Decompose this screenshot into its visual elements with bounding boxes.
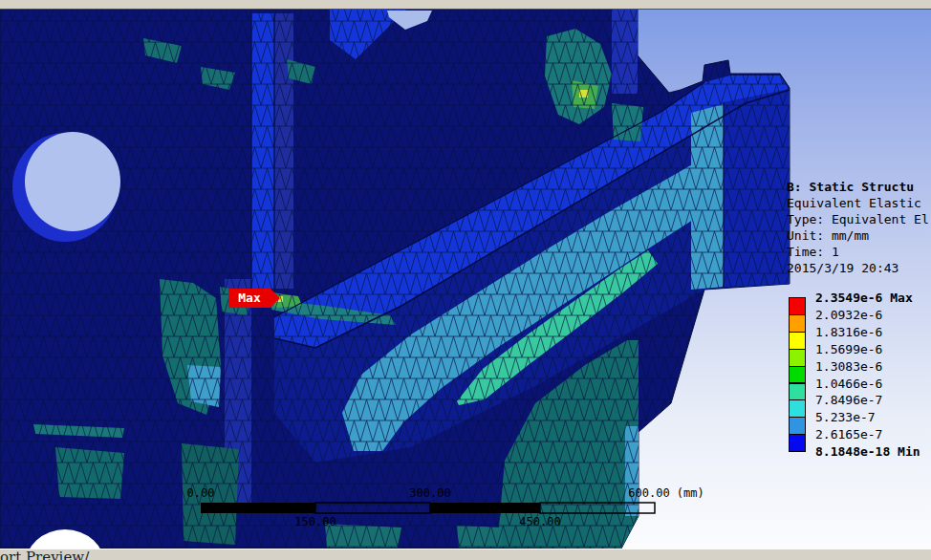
- ruler-label: 600.00 (mm): [628, 486, 704, 500]
- legend-swatch: [789, 297, 806, 315]
- scale-ruler-segment: [430, 503, 540, 513]
- annotation-line: Equivalent Elastic: [787, 195, 929, 211]
- ruler-label: 0.00: [187, 486, 215, 500]
- bolt-hole: [25, 132, 120, 231]
- result-annotation-block: B: Static StructuEquivalent ElasticType:…: [787, 179, 929, 276]
- fea-graphics-window: B: Static StructuEquivalent ElasticType:…: [0, 0, 931, 560]
- scale-ruler-segment: [201, 503, 315, 513]
- legend-value: 2.3549e-6 Max: [815, 291, 913, 306]
- legend-value: 7.8496e-7: [815, 393, 882, 408]
- annotation-line: B: Static Structu: [787, 179, 929, 195]
- model-viewport-3d[interactable]: [0, 0, 931, 560]
- legend-swatch: [789, 332, 806, 350]
- annotation-line: Type: Equivalent El: [787, 211, 929, 227]
- legend-value: 1.8316e-6: [815, 325, 882, 340]
- legend-value: 1.5699e-6: [815, 342, 882, 357]
- window-top-strip: [0, 0, 931, 10]
- legend-value: 5.233e-7: [815, 410, 876, 425]
- legend-value: 2.0932e-6: [815, 308, 882, 323]
- legend-swatch: [789, 366, 806, 384]
- report-preview-tab[interactable]: ort Preview/: [0, 549, 89, 560]
- legend-swatch: [789, 349, 806, 367]
- bottom-tab-strip: ort Preview/: [0, 549, 931, 560]
- contour-legend: 2.3549e-6 Max2.0932e-61.8316e-61.5699e-6…: [789, 297, 931, 469]
- legend-value: 1.0466e-6: [815, 377, 882, 392]
- legend-swatch: [789, 314, 806, 333]
- ruler-label: 450.00: [519, 515, 560, 528]
- annotation-line: Unit: mm/mm: [787, 227, 929, 244]
- legend-swatch: [789, 434, 806, 452]
- legend-value: 1.3083e-6: [815, 359, 882, 375]
- max-probe-flag[interactable]: Max: [228, 289, 271, 308]
- fe-mesh-overlay: [0, 10, 790, 549]
- legend-swatch: [789, 417, 806, 435]
- legend-value: 2.6165e-7: [815, 427, 882, 442]
- legend-swatch: [789, 399, 806, 418]
- annotation-line: Time: 1: [787, 244, 929, 260]
- legend-value: 8.1848e-18 Min: [815, 444, 920, 460]
- annotation-line: 2015/3/19 20:43: [787, 260, 929, 276]
- legend-swatch: [789, 383, 806, 401]
- ruler-label: 300.00: [409, 486, 450, 500]
- ruler-label: 150.00: [294, 515, 336, 528]
